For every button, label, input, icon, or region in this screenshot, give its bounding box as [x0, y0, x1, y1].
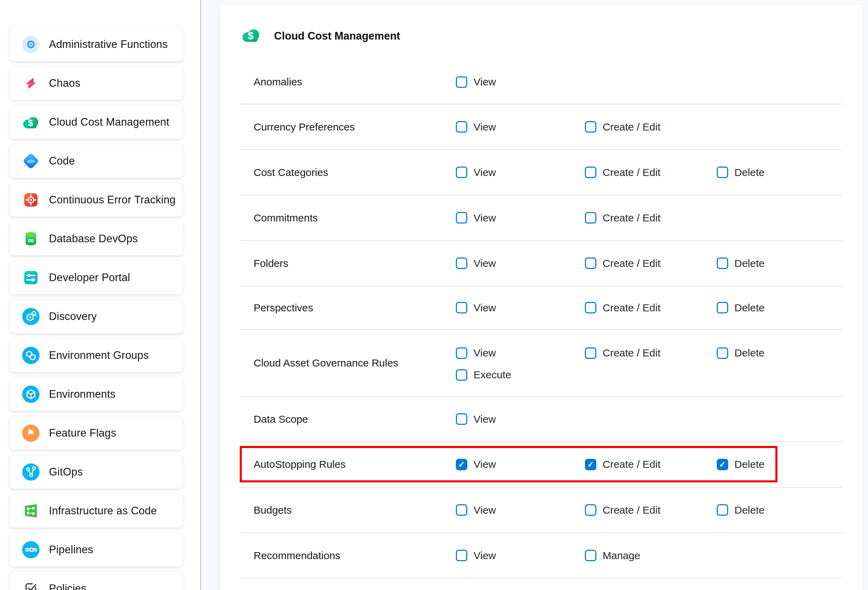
checkbox-label: View — [474, 347, 496, 359]
checkbox-view[interactable] — [456, 121, 467, 133]
checkbox-create-edit[interactable] — [585, 212, 596, 223]
checkbox-label: Delete — [734, 167, 765, 178]
module-sidebar: ⚙ Administrative Functions Chaos — [0, 0, 200, 590]
sidebar-item-policies[interactable]: Policies — [10, 572, 183, 590]
permission-cell: View — [456, 504, 496, 516]
permission-cell: Delete — [717, 504, 765, 516]
checkbox-delete[interactable] — [717, 302, 728, 313]
checkbox-view[interactable] — [456, 257, 467, 269]
checkbox-label: View — [474, 458, 496, 470]
permission-row-recommendations: Recommendations View Manage — [240, 533, 842, 578]
permission-cell: View — [456, 347, 496, 359]
checkbox-view[interactable] — [456, 302, 467, 313]
sidebar-item-label: Discovery — [49, 310, 97, 323]
sidebar-item-cloud-cost-management[interactable]: $ Cloud Cost Management — [10, 105, 183, 139]
checkbox-create-edit[interactable] — [585, 504, 596, 516]
checkbox-view[interactable] — [456, 504, 467, 516]
permission-cell: View — [456, 257, 496, 269]
permission-row-commitments: Commitments View Create / Edit — [240, 195, 842, 241]
sidebar-item-label: Database DevOps — [49, 232, 138, 245]
checkbox-create-edit[interactable] — [585, 459, 596, 470]
checkbox-label: Create / Edit — [602, 257, 661, 269]
sidebar-item-continuous-error-tracking[interactable]: Continuous Error Tracking — [10, 183, 183, 217]
checkbox-view[interactable] — [456, 459, 467, 470]
sidebar-item-label: Continuous Error Tracking — [49, 194, 176, 206]
flag-icon: ⚑ — [22, 424, 40, 442]
sidebar-item-administrative-functions[interactable]: ⚙ Administrative Functions — [10, 28, 183, 61]
sidebar-item-label: Code — [49, 155, 75, 167]
checkbox-check-icon — [22, 580, 40, 590]
hexagons-icon — [22, 347, 40, 364]
permission-cell: Delete — [717, 458, 765, 470]
checkbox-label: Create / Edit — [602, 458, 661, 470]
permission-row-perspectives: Perspectives View Create / Edit Delete — [240, 286, 842, 330]
checkbox-delete[interactable] — [717, 257, 728, 269]
checkbox-create-edit[interactable] — [585, 302, 596, 313]
permission-cell: Create / Edit — [585, 121, 661, 133]
permission-cell: Create / Edit — [585, 167, 661, 178]
row-label: Currency Preferences — [254, 121, 355, 133]
permission-row-cost-categories: Cost Categories View Create / Edit Delet… — [240, 150, 842, 195]
sidebar-item-label: Administrative Functions — [49, 38, 168, 51]
row-label: Recommendations — [254, 550, 340, 562]
sidebar-item-infrastructure-as-code[interactable]: Infrastructure as Code — [10, 494, 183, 528]
permission-cell: View — [456, 76, 496, 88]
checkbox-manage[interactable] — [585, 550, 596, 561]
checkbox-delete[interactable] — [717, 504, 728, 516]
sidebar-item-chaos[interactable]: Chaos — [10, 67, 183, 100]
checkbox-create-edit[interactable] — [585, 347, 596, 359]
sidebar-item-label: Cloud Cost Management — [49, 116, 169, 129]
sidebar-item-feature-flags[interactable]: ⚑ Feature Flags — [10, 417, 183, 450]
checkbox-label: Create / Edit — [602, 504, 661, 516]
sidebar-item-label: Environments — [49, 388, 115, 401]
svg-text:$: $ — [28, 118, 33, 128]
checkbox-label: View — [474, 212, 496, 224]
permission-cell: View — [456, 212, 496, 224]
checkbox-view[interactable] — [456, 167, 467, 178]
checkbox-view[interactable] — [456, 413, 467, 425]
checkbox-view[interactable] — [456, 76, 467, 88]
checkbox-view[interactable] — [456, 550, 467, 561]
checkbox-create-edit[interactable] — [585, 121, 596, 133]
checkbox-create-edit[interactable] — [585, 257, 596, 269]
sidebar-item-code[interactable]: </> Code — [10, 144, 183, 178]
permission-cell: Delete — [717, 167, 765, 178]
sidebar-item-pipelines[interactable]: Pipelines — [10, 533, 183, 566]
checkbox-view[interactable] — [456, 347, 467, 359]
permission-row-autostopping-rules: AutoStopping Rules View Create / Edit De… — [240, 442, 842, 488]
database-infinity-icon: ∞ — [22, 230, 40, 247]
sidebar-item-database-devops[interactable]: ∞ Database DevOps — [10, 222, 183, 256]
checkbox-label: Execute — [474, 369, 511, 381]
card-header: $ Cloud Cost Management — [241, 28, 400, 44]
checkbox-create-edit[interactable] — [585, 167, 596, 178]
checkbox-delete[interactable] — [717, 167, 728, 178]
page-title: Cloud Cost Management — [274, 30, 400, 42]
sidebar-item-environment-groups[interactable]: Environment Groups — [10, 339, 183, 372]
checkbox-delete[interactable] — [717, 459, 728, 470]
permission-cell: Delete — [717, 257, 765, 269]
permission-cell: Manage — [585, 550, 640, 562]
checkbox-view[interactable] — [456, 212, 467, 223]
permission-row-data-scope: Data Scope View — [240, 397, 842, 442]
sidebar-item-environments[interactable]: Environments — [10, 378, 183, 411]
checkbox-execute[interactable] — [456, 369, 467, 381]
permission-cell: Create / Edit — [585, 347, 661, 359]
row-label: Folders — [254, 257, 288, 269]
checkbox-label: Delete — [734, 302, 765, 314]
sidebar-item-label: Infrastructure as Code — [49, 505, 157, 517]
sidebar-item-gitops[interactable]: GitOps — [10, 455, 183, 489]
checkbox-delete[interactable] — [717, 347, 728, 359]
svg-text:∞: ∞ — [28, 236, 34, 245]
cloud-dollar-icon: $ — [241, 27, 261, 45]
permission-row-currency-preferences: Currency Preferences View Create / Edit — [240, 105, 842, 150]
permission-cell: View — [456, 550, 496, 562]
permission-cell: View — [456, 302, 496, 314]
checkbox-label: View — [474, 167, 496, 178]
svg-text:$: $ — [248, 30, 253, 41]
sidebar-item-discovery[interactable]: Discovery — [10, 300, 183, 333]
sidebar-item-label: Feature Flags — [49, 427, 116, 439]
permission-cell: Create / Edit — [585, 257, 661, 269]
checkbox-label: Create / Edit — [602, 212, 661, 224]
sidebar-item-developer-portal[interactable]: Developer Portal — [10, 261, 183, 294]
checkbox-label: Create / Edit — [602, 302, 661, 314]
